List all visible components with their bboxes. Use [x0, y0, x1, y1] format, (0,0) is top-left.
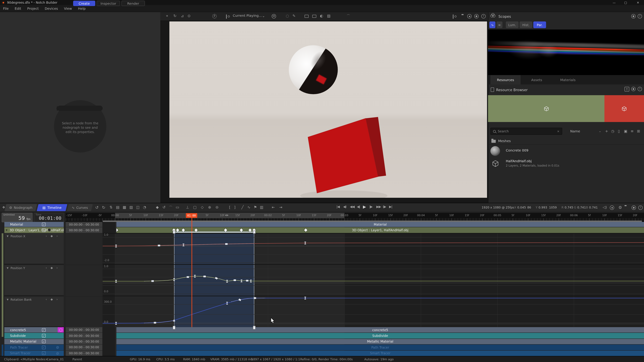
tab-timeline[interactable]: ▤Timeline — [38, 204, 66, 211]
red-material-swatch[interactable] — [604, 95, 644, 122]
ease-curve-icon[interactable]: ∿ — [246, 205, 252, 210]
selection-handle[interactable] — [173, 231, 176, 234]
search-input[interactable]: Search ✕ — [490, 128, 562, 135]
knife-icon[interactable]: ╱ — [240, 205, 246, 210]
expander-icon[interactable]: ▼ — [7, 267, 8, 270]
new-folder-icon[interactable]: ▣ — [624, 129, 628, 133]
motion-path-icon[interactable]: ↺ — [161, 205, 167, 210]
selection-region[interactable] — [174, 233, 254, 327]
hidden-eye-icon[interactable]: ⊘ — [56, 345, 59, 350]
layer-hatch-icon[interactable]: ▩ — [122, 205, 128, 210]
track-smart-tracer[interactable]: Smart Tracer✓⊘ — [4, 351, 64, 356]
add-keyframe-icon[interactable]: ⊕ — [206, 205, 213, 210]
scope-mode-par[interactable]: Par. — [533, 21, 546, 28]
record-icon[interactable] — [467, 14, 472, 18]
tab-materials[interactable]: Materials — [553, 75, 583, 84]
param-section-position-x[interactable]: ▼Position X‹ ◆ › — [4, 233, 64, 265]
cube-object[interactable] — [170, 21, 487, 198]
keyframe-nav[interactable]: ‹ ◆ › — [46, 234, 59, 238]
waveform-scope-button[interactable]: ∿ — [489, 21, 496, 28]
levels-scope-button[interactable]: ≋ — [496, 21, 502, 28]
menu-project[interactable]: Project — [24, 6, 42, 10]
tab-resources[interactable]: Resources — [490, 75, 520, 84]
monitor-icon[interactable] — [304, 15, 308, 18]
keyframe-diamond[interactable] — [182, 228, 185, 232]
track-name-material[interactable]: Material✓ — [4, 222, 64, 227]
grid-view-icon[interactable]: ⊞ — [637, 129, 640, 133]
tab-assets[interactable]: Assets — [523, 75, 550, 84]
layer-solid-icon[interactable]: ▤ — [115, 205, 121, 210]
menu-file[interactable]: File — [0, 6, 12, 10]
region-select-icon[interactable]: ◌ — [286, 14, 289, 18]
list-view-icon[interactable]: ≡ — [630, 129, 634, 133]
axes-icon[interactable]: ⊥ — [184, 205, 190, 210]
goto-out-icon[interactable]: ⇥ — [278, 205, 284, 210]
undo-button[interactable]: ↺ — [94, 205, 100, 210]
fps-box[interactable]: Unlimited 59 fps — [2, 213, 32, 222]
pin-icon[interactable] — [474, 14, 479, 18]
chevron-down-icon[interactable]: ⌄ — [262, 14, 265, 18]
track-metallic-material[interactable]: Metallic Material✓ — [4, 339, 64, 345]
track-enabled-checkbox[interactable]: ✓ — [42, 334, 46, 338]
list-item[interactable]: Concrete 009 — [488, 145, 644, 157]
rewind-button[interactable]: ◀◀ — [350, 205, 354, 209]
track-bar-material[interactable]: Material — [116, 222, 644, 227]
keyframe-diamond[interactable] — [176, 228, 179, 232]
audio-mute-icon[interactable]: ◁) — [602, 205, 608, 210]
lasso-select-icon[interactable]: ⌒ — [168, 205, 174, 210]
sort-selector[interactable]: Name — [570, 129, 580, 133]
time-box[interactable]: Time 00:01:00 — [34, 213, 64, 222]
translate-tool-icon[interactable]: ⌖ — [166, 14, 168, 18]
track-smart-tracer-bar[interactable]: Smart Tracer — [116, 351, 644, 356]
tab-render[interactable]: Render — [122, 1, 145, 6]
solo-badge[interactable]: ◯ — [58, 327, 64, 333]
play-loop-button[interactable]: (▶ — [383, 205, 386, 209]
pivot-tool-icon[interactable]: ⊙ — [188, 14, 190, 18]
track-concrete5[interactable]: concrete5✓◯ — [4, 327, 64, 333]
track-enabled-checkbox[interactable]: ✓ — [42, 223, 46, 226]
track-metallic-material-bar[interactable]: Metallic Material — [116, 339, 644, 345]
maximize-button[interactable]: ▢ — [621, 0, 630, 5]
snapshot-camera-icon[interactable] — [453, 14, 454, 19]
track-subdivide[interactable]: Subdivide✓ — [4, 333, 64, 339]
new-file-icon[interactable]: ▯ — [618, 129, 620, 133]
fill-pattern-icon[interactable]: ▨ — [128, 205, 134, 210]
autokey-icon[interactable]: ◆ — [154, 205, 160, 210]
clear-search-icon[interactable]: ✕ — [557, 130, 560, 133]
add-resource-icon[interactable]: + — [605, 129, 608, 133]
keyframe-diamond[interactable] — [240, 228, 243, 232]
wireframe-cube-icon[interactable]: ▨ — [327, 14, 330, 18]
help-icon[interactable]: ? — [481, 14, 486, 18]
close-button[interactable]: ✕ — [633, 0, 643, 5]
selection-top-bar[interactable] — [174, 232, 254, 233]
expander-icon[interactable]: ▼ — [7, 298, 8, 301]
monitor-preview-icon[interactable] — [312, 15, 316, 18]
scopes-help-icon[interactable]: ? — [638, 14, 642, 18]
rotate-tool-icon[interactable]: ↻ — [174, 14, 176, 18]
goto-in-icon[interactable]: ⇤ — [270, 205, 276, 210]
keyframe-diamond[interactable] — [194, 228, 198, 232]
redo-button[interactable]: ↻ — [100, 205, 107, 210]
time-clock-icon[interactable]: ◔ — [142, 205, 148, 210]
keyframe-diamond[interactable] — [224, 228, 227, 232]
keyframe-nav[interactable]: ‹ ◆ › — [46, 266, 59, 270]
selection-handle[interactable] — [173, 326, 176, 330]
track-enabled-checkbox[interactable]: ✓ — [42, 340, 46, 344]
minimize-button[interactable]: — — [610, 0, 619, 5]
playhead-line[interactable] — [192, 214, 192, 327]
marker-icon[interactable]: ⚑ — [252, 205, 258, 210]
track-path-tracer-bar[interactable]: Path Tracer — [116, 345, 644, 350]
hidden-eye-icon[interactable]: ⊘ — [56, 351, 59, 356]
resource-help-icon[interactable]: ? — [638, 87, 642, 91]
tab-create[interactable]: Create — [73, 1, 95, 6]
scope-mode-hist[interactable]: Hist. — [520, 21, 532, 28]
play-button[interactable]: ▶ — [363, 204, 366, 209]
camera-selector[interactable]: Current Playing... — [233, 14, 262, 17]
split-ab-icon[interactable]: ◫ — [135, 205, 141, 210]
recent-icon[interactable]: ◷ — [611, 129, 614, 133]
keyframe-diamond[interactable] — [304, 228, 308, 232]
folder-row[interactable]: Meshes — [488, 137, 644, 145]
keyframe-diamond[interactable] — [248, 228, 252, 232]
menu-devices[interactable]: Devices — [42, 6, 61, 10]
goto-end-button[interactable]: ▶| — [389, 205, 392, 209]
